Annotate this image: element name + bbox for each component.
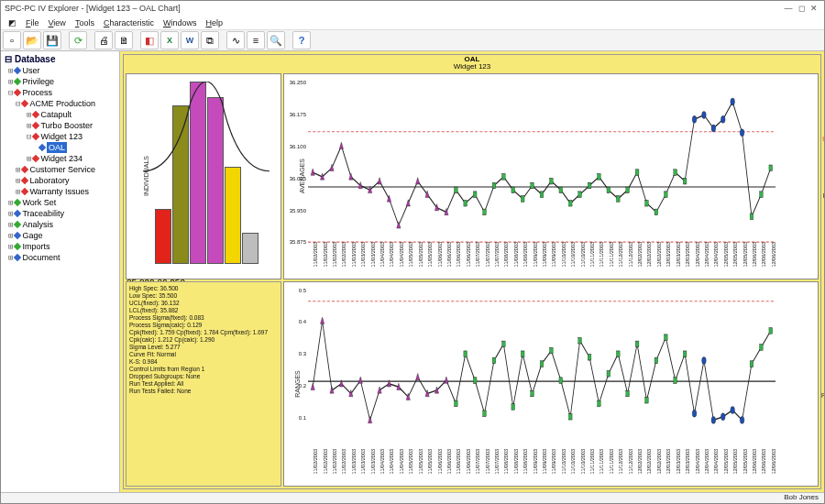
open-icon[interactable]: 📂 [23, 31, 41, 49]
print-preview-icon[interactable]: 🗎 [115, 31, 133, 49]
svg-rect-35 [616, 196, 620, 202]
new-icon[interactable]: ▫ [3, 31, 21, 49]
zoom-icon[interactable]: 🔍 [267, 31, 285, 49]
x-tick: 11/03/2003 [370, 449, 376, 480]
x-tick: 11/05/2003 [418, 449, 424, 480]
x-tick: 12/05/2003 [732, 242, 738, 273]
x-tick: 12/06/2003 [761, 449, 766, 480]
x-tick: 11/03/2003 [351, 242, 357, 273]
x-tick: 11/07/2003 [494, 449, 500, 480]
x-tick: 11/12/2003 [618, 449, 623, 480]
x-tick: 11/07/2003 [485, 242, 490, 273]
svg-rect-71 [464, 350, 468, 356]
tree-item-traceability[interactable]: ⊞Traceability [3, 208, 117, 219]
maximize-button[interactable]: ◻ [795, 4, 808, 13]
svg-rect-83 [578, 337, 582, 343]
tree-item-turbo-booster[interactable]: ⊞Turbo Booster [3, 120, 117, 131]
svg-marker-61 [368, 416, 372, 422]
x-tick: 11/04/2003 [380, 242, 385, 273]
svg-rect-43 [750, 214, 754, 219]
spec-chart-icon[interactable]: ≡ [247, 31, 265, 49]
svg-rect-75 [501, 341, 505, 346]
x-tick: 12/06/2003 [752, 242, 757, 273]
control-chart-icon[interactable]: ∿ [226, 31, 245, 49]
menu-help[interactable]: Help [202, 18, 226, 27]
copy-icon[interactable]: ⧉ [201, 31, 219, 49]
svg-marker-66 [416, 373, 420, 379]
stat-line: Process Sigma(calc): 0.129 [129, 322, 278, 329]
svg-rect-87 [616, 350, 620, 356]
tree-item-widget-234[interactable]: ⊞Widget 234 [3, 153, 117, 164]
stat-line: Cpk(calc): 1.212 Cp(calc): 1.290 [129, 336, 278, 344]
tree-item-privilege[interactable]: ⊞Privilege [3, 76, 117, 87]
chart-area: OAL Widget 123 INDIVIDUALS 35.800 36.250 [120, 51, 824, 492]
tree-item-document[interactable]: ⊞Document [3, 252, 117, 263]
x-tick: 11/11/2003 [609, 242, 614, 273]
svg-rect-85 [598, 400, 601, 406]
stat-line: Control Limits from Region 1 [129, 366, 278, 373]
tree-item-laboratory[interactable]: ⊞Laboratory [3, 175, 117, 186]
tree-item-work-set[interactable]: ⊞Work Set [3, 197, 117, 208]
x-tick: 11/02/2003 [313, 242, 318, 273]
svg-marker-60 [358, 377, 362, 383]
x-tick: 11/08/2003 [513, 449, 519, 480]
x-tick: 11/10/2003 [570, 449, 576, 480]
svg-rect-95 [750, 360, 754, 366]
menu-file[interactable]: FFileile [22, 18, 43, 27]
x-tick: 11/05/2003 [427, 449, 433, 480]
histo-bar [155, 209, 171, 264]
x-tick: 11/08/2003 [503, 242, 509, 273]
export-word-icon[interactable]: W [181, 31, 199, 49]
title-bar: SPC-PC IV Explorer - [Widget 123 – OAL C… [1, 1, 824, 16]
svg-point-47 [702, 112, 707, 119]
x-tick: 11/02/2003 [323, 242, 328, 273]
tree-item-gage[interactable]: ⊞Gage [3, 230, 117, 241]
tree-item-catapult[interactable]: ⊞Catapult [3, 109, 117, 120]
menu-view[interactable]: View [45, 18, 70, 27]
print-icon[interactable]: 🖨 [94, 31, 113, 49]
tree-item-user[interactable]: ⊞User [3, 65, 117, 76]
minimize-button[interactable]: — [782, 4, 795, 13]
tree-item-acme-production[interactable]: ⊟ACME Production [3, 98, 117, 109]
export-excel-icon[interactable]: X [160, 31, 179, 49]
refresh-icon[interactable]: ⟳ [69, 31, 87, 49]
x-tick: 12/06/2003 [761, 242, 766, 273]
x-tick: 11/08/2003 [513, 242, 519, 273]
tree-item-imports[interactable]: ⊞Imports [3, 241, 117, 252]
x-tick: 12/04/2003 [695, 449, 700, 480]
tree-item-widget-123[interactable]: ⊟Widget 123 [3, 131, 117, 142]
close-button[interactable]: ✕ [808, 4, 820, 13]
help-icon[interactable]: ? [292, 31, 311, 49]
svg-point-50 [731, 98, 735, 105]
x-tick: 11/02/2003 [341, 242, 346, 273]
tree-item-oal[interactable]: OAL [3, 142, 117, 153]
tree-item-customer-service[interactable]: ⊞Customer Service [3, 164, 117, 175]
x-tick: 11/03/2003 [360, 449, 366, 480]
x-tick: 12/05/2003 [723, 242, 729, 273]
svg-rect-39 [654, 209, 658, 214]
tree: ⊞User⊞Privilege⊟Process⊟ACME Production⊞… [3, 65, 117, 263]
tree-item-process[interactable]: ⊟Process [3, 87, 117, 98]
menu-characteristic[interactable]: Characteristic [100, 18, 158, 27]
svg-rect-96 [760, 344, 764, 349]
x-tick: 12/02/2003 [656, 242, 662, 273]
report-icon[interactable]: ◧ [140, 31, 159, 49]
x-tick: 12/03/2003 [685, 449, 690, 480]
x-tick: 12/02/2003 [646, 449, 652, 480]
stat-line: Dropped Subgroups: None [129, 373, 278, 380]
tree-item-analysis[interactable]: ⊞Analysis [3, 219, 117, 230]
svg-rect-31 [578, 192, 582, 197]
ranges-yticks: 0.50.40.30.20.1 [286, 288, 306, 454]
svg-rect-77 [521, 350, 524, 356]
svg-rect-90 [645, 397, 649, 402]
save-icon[interactable]: 💾 [43, 31, 61, 49]
menu-windows[interactable]: Windows [160, 18, 201, 27]
x-tick: 11/08/2003 [522, 242, 528, 273]
svg-rect-84 [588, 354, 591, 359]
stat-line: Curve Fit: Normal [129, 351, 278, 358]
toolbar: ▫ 📂 💾 ⟳ 🖨 🗎 ◧ X W ⧉ ∿ ≡ 🔍 ? [1, 29, 824, 51]
x-tick: 11/11/2003 [589, 242, 595, 273]
menu-tools[interactable]: Tools [72, 18, 98, 27]
stat-line: Run Test Applied: All [129, 380, 278, 388]
tree-item-warranty-issues[interactable]: ⊞Warranty Issues [3, 186, 117, 197]
